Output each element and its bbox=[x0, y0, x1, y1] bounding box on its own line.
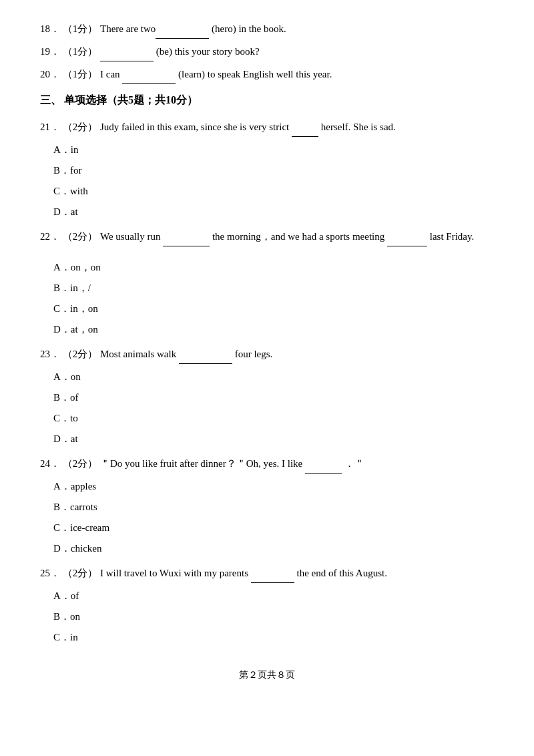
q23-option-c: C．to bbox=[53, 409, 494, 427]
q24-option-b: B．carrots bbox=[53, 498, 494, 516]
q22-points: （2分） bbox=[63, 231, 98, 242]
q21-number: 21． bbox=[40, 122, 60, 132]
q23-option-b: B．of bbox=[53, 389, 494, 407]
q25-option-a: A．of bbox=[53, 587, 494, 605]
question-21: 21． （2分） Judy failed in this exam, since… bbox=[40, 118, 494, 221]
q18-number: 18． bbox=[40, 23, 60, 34]
q21-option-d: D．at bbox=[53, 203, 494, 221]
q20-hint: (learn) bbox=[178, 69, 205, 79]
q22-option-c: C．in，on bbox=[53, 300, 494, 318]
q23-option-d: D．at bbox=[53, 430, 494, 448]
question-19: 19． （1分） (be) this your story book? bbox=[40, 43, 494, 61]
q24-text-after: ．＂ bbox=[344, 458, 364, 469]
q22-text-mid: the morning，and we had a sports meeting bbox=[212, 231, 384, 242]
q25-text-after: the end of this August. bbox=[297, 568, 387, 578]
q19-text-after: this your story book? bbox=[175, 46, 260, 57]
question-25: 25． （2分） I will travel to Wuxi with my p… bbox=[40, 564, 494, 646]
q23-blank bbox=[179, 345, 232, 364]
q20-points: （1分） bbox=[63, 69, 98, 79]
q24-text-before: ＂Do you like fruit after dinner？＂Oh, yes… bbox=[100, 458, 302, 469]
q18-hint: (hero) bbox=[212, 23, 236, 34]
q24-option-c: C．ice-cream bbox=[53, 519, 494, 537]
q22-row: 22． （2分） We usually run the morning，and … bbox=[40, 228, 494, 246]
q21-option-b: B．for bbox=[53, 162, 494, 180]
q19-blank bbox=[100, 43, 154, 61]
q21-blank bbox=[292, 118, 318, 137]
q21-option-c: C．with bbox=[53, 182, 494, 200]
question-24: 24． （2分） ＂Do you like fruit after dinner… bbox=[40, 455, 494, 558]
q19-number: 19． bbox=[40, 46, 60, 57]
q25-points: （2分） bbox=[63, 568, 98, 578]
q21-option-a: A．in bbox=[53, 141, 494, 159]
question-23: 23． （2分） Most animals walk four legs. A．… bbox=[40, 345, 494, 448]
q21-text: Judy failed in this exam, since she is v… bbox=[100, 122, 289, 132]
q21-text-after: herself. She is sad. bbox=[321, 122, 396, 132]
footer-text: 第２页共８页 bbox=[239, 670, 295, 680]
section3-title: 三、 单项选择（共5题；共10分） bbox=[40, 91, 494, 110]
q22-text-before: We usually run bbox=[100, 231, 160, 242]
q24-points: （2分） bbox=[63, 458, 98, 469]
q24-blank bbox=[305, 455, 342, 474]
q25-text-before: I will travel to Wuxi with my parents bbox=[100, 568, 248, 578]
q20-number: 20． bbox=[40, 69, 60, 79]
q18-text-before: There are two bbox=[100, 23, 156, 34]
q25-blank bbox=[251, 564, 294, 583]
q18-blank bbox=[156, 20, 209, 39]
q25-option-c: C．in bbox=[53, 628, 494, 646]
q20-blank bbox=[122, 65, 176, 84]
q22-number: 22． bbox=[40, 231, 60, 242]
q24-number: 24． bbox=[40, 458, 60, 469]
question-20: 20． （1分） I can (learn) to speak English … bbox=[40, 65, 494, 84]
q20-text-before: I can bbox=[100, 69, 120, 79]
q23-row: 23． （2分） Most animals walk four legs. bbox=[40, 345, 494, 364]
q19-hint: (be) bbox=[156, 46, 172, 57]
q22-text-after: last Friday. bbox=[430, 231, 475, 242]
q25-option-b: B．on bbox=[53, 608, 494, 626]
q22-option-b: B．in，/ bbox=[53, 279, 494, 297]
q21-row: 21． （2分） Judy failed in this exam, since… bbox=[40, 118, 494, 137]
q25-number: 25． bbox=[40, 568, 60, 578]
q22-option-d: D．at，on bbox=[53, 321, 494, 339]
q24-option-a: A．apples bbox=[53, 478, 494, 496]
q22-blank2 bbox=[387, 228, 427, 246]
q25-row: 25． （2分） I will travel to Wuxi with my p… bbox=[40, 564, 494, 583]
q24-option-d: D．chicken bbox=[53, 540, 494, 558]
q23-option-a: A．on bbox=[53, 368, 494, 386]
q23-text-after: four legs. bbox=[235, 349, 273, 359]
q18-text-after: in the book. bbox=[238, 23, 286, 34]
question-18: 18． （1分） There are two (hero) in the boo… bbox=[40, 20, 494, 39]
q24-row: 24． （2分） ＂Do you like fruit after dinner… bbox=[40, 455, 494, 474]
q18-points: （1分） bbox=[63, 23, 98, 34]
page-footer: 第２页共８页 bbox=[40, 667, 494, 683]
q22-option-a: A．on，on bbox=[53, 258, 494, 276]
q21-points: （2分） bbox=[63, 122, 98, 132]
q23-text-before: Most animals walk bbox=[100, 349, 176, 359]
q19-points: （1分） bbox=[63, 46, 98, 57]
q23-number: 23． bbox=[40, 349, 60, 359]
q20-text-after: to speak English well this year. bbox=[208, 69, 332, 79]
q22-blank1 bbox=[163, 228, 210, 246]
q23-points: （2分） bbox=[63, 349, 98, 359]
question-22: 22． （2分） We usually run the morning，and … bbox=[40, 228, 494, 339]
